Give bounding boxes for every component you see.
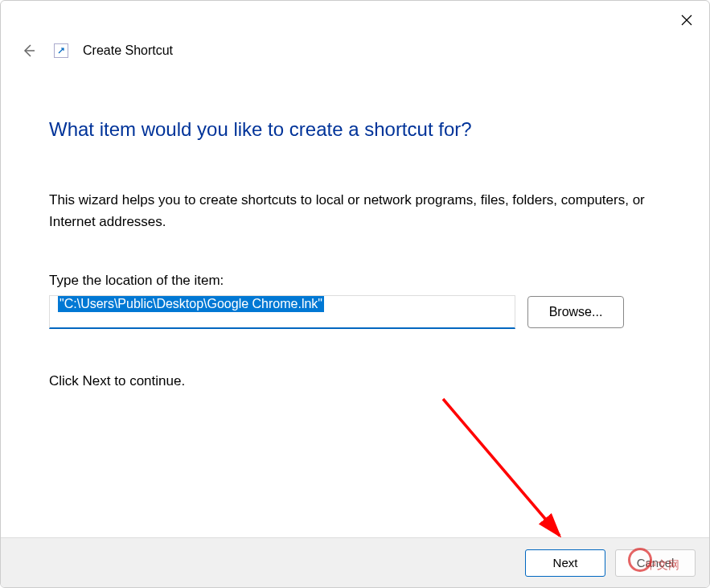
location-input-value: "C:\Users\Public\Desktop\Google Chrome.l… [58,296,324,312]
titlebar [1,1,709,39]
back-button[interactable] [17,39,39,62]
svg-line-4 [443,399,560,536]
close-icon [681,14,692,26]
browse-button[interactable]: Browse... [527,296,624,328]
location-row: "C:\Users\Public\Desktop\Google Chrome.l… [49,295,661,329]
close-button[interactable] [674,7,700,33]
location-label: Type the location of the item: [49,273,661,289]
wizard-title: Create Shortcut [83,43,173,58]
cancel-button[interactable]: Cancel [615,549,696,577]
back-arrow-icon [20,43,36,59]
shortcut-icon [54,43,68,58]
location-input[interactable]: "C:\Users\Public\Desktop\Google Chrome.l… [49,295,515,329]
wizard-footer: Next Cancel [1,537,709,587]
wizard-header: Create Shortcut [1,39,709,70]
wizard-description: This wizard helps you to create shortcut… [49,189,661,232]
wizard-heading: What item would you like to create a sho… [49,118,661,141]
wizard-content: What item would you like to create a sho… [1,70,709,389]
next-button[interactable]: Next [525,549,605,577]
continue-text: Click Next to continue. [49,373,661,389]
annotation-arrow [435,391,596,560]
